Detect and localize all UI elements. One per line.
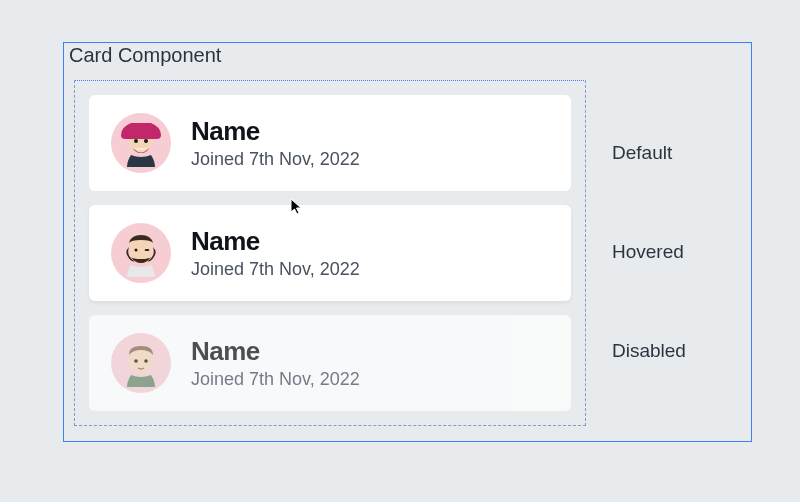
svg-point-7 — [134, 359, 138, 363]
card-name: Name — [191, 116, 360, 147]
card-text: Name Joined 7th Nov, 2022 — [191, 116, 360, 170]
memoji-avatar-icon — [117, 339, 165, 387]
card-joined: Joined 7th Nov, 2022 — [191, 369, 360, 390]
avatar — [111, 113, 171, 173]
card-joined: Joined 7th Nov, 2022 — [191, 149, 360, 170]
frame-title[interactable]: Card Component — [63, 42, 227, 69]
card-default[interactable]: Name Joined 7th Nov, 2022 — [89, 95, 571, 191]
svg-point-4 — [135, 249, 138, 252]
card-joined: Joined 7th Nov, 2022 — [191, 259, 360, 280]
avatar — [111, 223, 171, 283]
card-text: Name Joined 7th Nov, 2022 — [191, 336, 360, 390]
avatar — [111, 333, 171, 393]
variant-label-hovered: Hovered — [612, 241, 752, 263]
card-disabled[interactable]: Name Joined 7th Nov, 2022 — [89, 315, 571, 411]
svg-point-5 — [145, 249, 150, 251]
svg-point-8 — [144, 359, 148, 363]
card-hovered[interactable]: Name Joined 7th Nov, 2022 — [89, 205, 571, 301]
variant-label-default: Default — [612, 142, 752, 164]
card-text: Name Joined 7th Nov, 2022 — [191, 226, 360, 280]
card-name: Name — [191, 336, 360, 367]
component-variant-container[interactable]: Name Joined 7th Nov, 2022 Name Joined 7t… — [74, 80, 586, 426]
variant-labels: Default Hovered Disabled — [598, 80, 752, 440]
variant-label-disabled: Disabled — [612, 340, 752, 362]
svg-point-1 — [134, 139, 138, 143]
svg-point-2 — [144, 139, 148, 143]
card-name: Name — [191, 226, 360, 257]
memoji-avatar-icon — [117, 119, 165, 167]
memoji-avatar-icon — [117, 229, 165, 277]
cursor-icon — [290, 198, 304, 216]
